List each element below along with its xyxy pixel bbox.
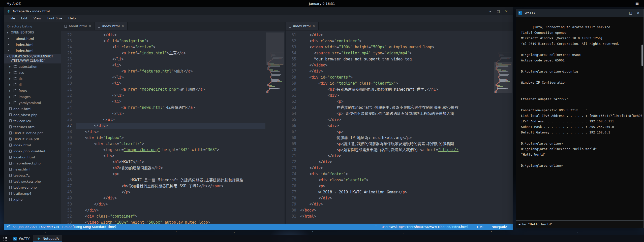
tree-file-item[interactable]: add_vhost.php — [4, 112, 61, 118]
code-line[interactable]: <a href="news.html">玩家傳送門</a> — [76, 105, 265, 111]
code-line[interactable]: </div> — [300, 117, 494, 123]
code-line[interactable]: </li> — [76, 56, 265, 62]
tree-file-item[interactable]: x.php — [4, 196, 61, 202]
open-editor-item[interactable]: ✕index.html — [4, 48, 61, 54]
tree-folder-item[interactable]: ▸autostation — [4, 63, 61, 70]
code-line[interactable]: Your browser does not support the video … — [300, 56, 494, 62]
code-line[interactable]: © 2018 - 2019 HKWTC Animation Gamer</p> — [300, 189, 494, 195]
code-line[interactable]: </div> — [76, 207, 265, 213]
close-icon[interactable]: ✕ — [7, 43, 10, 46]
tree-folder-item[interactable]: ▸css — [4, 70, 61, 76]
hamburger-menu-icon[interactable]: ≡ — [635, 0, 644, 7]
wstty-title-bar[interactable]: >_ WsTTY – □ ✕ — [516, 9, 643, 17]
code-line[interactable]: <li> — [76, 80, 265, 86]
tree-file-item[interactable]: HKWTC notice.pdf — [4, 130, 61, 136]
code-line[interactable]: </div> — [300, 195, 494, 201]
code-line[interactable]: </html> — [300, 213, 494, 219]
terminal-input[interactable]: echo "Hello World" — [516, 220, 643, 228]
editor-tab-index.html[interactable]: index.html✕ — [286, 22, 319, 30]
close-icon[interactable]: ✕ — [635, 11, 641, 15]
code-line[interactable]: <li class="active"> — [76, 44, 265, 50]
code-line[interactable]: </div> — [76, 123, 265, 129]
minimap-viewport[interactable] — [266, 32, 284, 65]
code-line[interactable]: <div class="container"> — [76, 213, 265, 219]
code-line[interactable]: <video width="100%" height="500px" autop… — [300, 44, 494, 50]
open-editor-item[interactable]: ✕about.html — [4, 36, 61, 42]
notepada-title-bar[interactable]: NotepadA - index.html – □ ✕ — [4, 7, 513, 15]
tree-file-item[interactable]: about.html — [4, 106, 61, 112]
editor-tab-about.html[interactable]: about.html✕ — [61, 22, 95, 30]
code-line[interactable]: <div> — [300, 123, 494, 129]
tree-file-item[interactable]: index.html — [4, 142, 61, 148]
code-line[interactable]: <div class="container"> — [300, 38, 494, 44]
code-line[interactable]: <li> — [76, 62, 265, 68]
close-icon[interactable]: ✕ — [7, 37, 10, 40]
minimize-icon[interactable]: – — [487, 9, 493, 13]
code-line[interactable]: </div> — [76, 129, 265, 135]
taskbar-item-wstty[interactable]: >_ WsTTY — [10, 235, 33, 242]
status-app-name[interactable]: NotepadA — [489, 225, 510, 229]
code-line[interactable]: <p>如有問題或需要申請白名單,歡迎加入我們的 <a href="https:/… — [300, 147, 494, 153]
code-line[interactable]: <div id="contents"> — [300, 74, 494, 80]
open-editors-section[interactable]: ▾ OPEN EDITORS — [4, 29, 61, 36]
editor-tab-index.html[interactable]: index.html✕ — [95, 22, 128, 30]
tree-folder-item[interactable]: ▸fonts — [4, 88, 61, 94]
code-line[interactable]: <div id="tagline" class="clearfix"> — [300, 80, 494, 86]
maximize-icon[interactable]: □ — [628, 11, 633, 15]
tree-file-item[interactable]: features.html — [4, 124, 61, 130]
open-editor-item[interactable]: ✕index.html — [4, 42, 61, 48]
code-line[interactable]: </p> — [76, 189, 265, 195]
code-line[interactable]: 伺服器 IP 地址為: mcs.hkwtc.org</p> — [300, 135, 494, 141]
tree-folder-item[interactable]: ▸images — [4, 94, 61, 100]
code-line[interactable]: </li> — [76, 74, 265, 80]
tab-close-icon[interactable]: ✕ — [122, 24, 124, 28]
code-line[interactable]: 在香港的Minecraft 伺服器中,多為小遊戲和純生存的伺服器,較少擁有 — [300, 105, 494, 111]
code-line[interactable]: <h1>HKWTC</h1> — [76, 159, 265, 165]
minimap-left[interactable] — [265, 32, 285, 224]
code-editor-left[interactable]: </div> <ul id="navigation"> <li class="a… — [76, 32, 265, 224]
code-line[interactable]: <h2>香港的建築伺服器</h2> — [76, 165, 265, 171]
code-editor-right[interactable]: </div> <div class="container"> <video wi… — [300, 32, 494, 224]
code-line[interactable]: <a href="index.html">主頁</a> — [76, 50, 265, 56]
menu-help[interactable]: Help — [66, 15, 79, 21]
code-line[interactable]: </video> — [300, 62, 494, 68]
status-file-path[interactable]: user/Desktop/screenshot/test/www cleaned… — [379, 225, 471, 229]
taskbar-item-notepada[interactable]: NotepadA — [33, 235, 62, 242]
code-line[interactable]: <video width="100%" height="500px" autop… — [76, 219, 265, 224]
code-line[interactable]: <div id="topbox"> — [76, 135, 265, 141]
code-line[interactable]: <a href="mapredirect.php">網上地圖</a> — [76, 86, 265, 92]
tab-close-icon[interactable]: ✕ — [313, 24, 315, 28]
code-line[interactable]: </div> — [76, 201, 265, 207]
code-line[interactable]: </div> — [300, 201, 494, 207]
code-line[interactable]: <li> — [76, 98, 265, 105]
tree-file-item[interactable]: location.html — [4, 154, 61, 160]
tree-folder-item[interactable]: ▸yamlyamlaml — [4, 100, 61, 106]
code-line[interactable]: <p> — [76, 171, 265, 177]
code-line[interactable]: <h1>特別為建築及鐵路而設,現代化的 Minecraft 世界.</h1> — [300, 86, 494, 92]
tree-file-item[interactable]: index.php_disabled — [4, 148, 61, 154]
code-line[interactable]: <p> — [300, 98, 494, 105]
menu-file[interactable]: File — [7, 15, 18, 21]
tree-file-item[interactable]: news.html — [4, 166, 61, 172]
maximize-icon[interactable]: □ — [496, 9, 501, 13]
code-line[interactable]: <div class="clearfix"> — [76, 141, 265, 147]
tree-file-item[interactable]: mapredirect.php — [4, 160, 61, 166]
code-line[interactable]: </li> — [76, 92, 265, 98]
code-line[interactable]: <div> — [76, 153, 265, 159]
code-line[interactable]: </div> — [300, 159, 494, 165]
workspace-folder[interactable]: ▾USER:/DESKTOP/SCREENSHOT /TEST/WWW CLEA… — [4, 54, 61, 63]
tree-file-item[interactable]: testmysql.php — [4, 184, 61, 190]
code-line[interactable]: </div> — [76, 32, 265, 38]
code-line[interactable]: <img src="images/box.png" height="342" w… — [76, 147, 265, 153]
minimap-right[interactable] — [494, 32, 513, 224]
code-line[interactable]: <div class="clearfix"> — [300, 177, 494, 183]
menu-edit[interactable]: Edit — [18, 15, 30, 21]
tree-file-item[interactable]: HKWTC rule.pdf — [4, 136, 61, 142]
code-line[interactable]: <ul id="navigation"> — [76, 38, 265, 44]
tree-folder-item[interactable]: ▸dc — [4, 76, 61, 82]
code-line[interactable]: </div> — [300, 153, 494, 159]
code-line[interactable]: </div> — [300, 32, 494, 38]
menu-font-size[interactable]: Font Size — [45, 15, 65, 21]
code-line[interactable]: </body> — [300, 207, 494, 213]
code-line[interactable]: <p> 即使你不是建築師,你也能透過紅石師或鐵路工程師的身份加入我 — [300, 111, 494, 117]
